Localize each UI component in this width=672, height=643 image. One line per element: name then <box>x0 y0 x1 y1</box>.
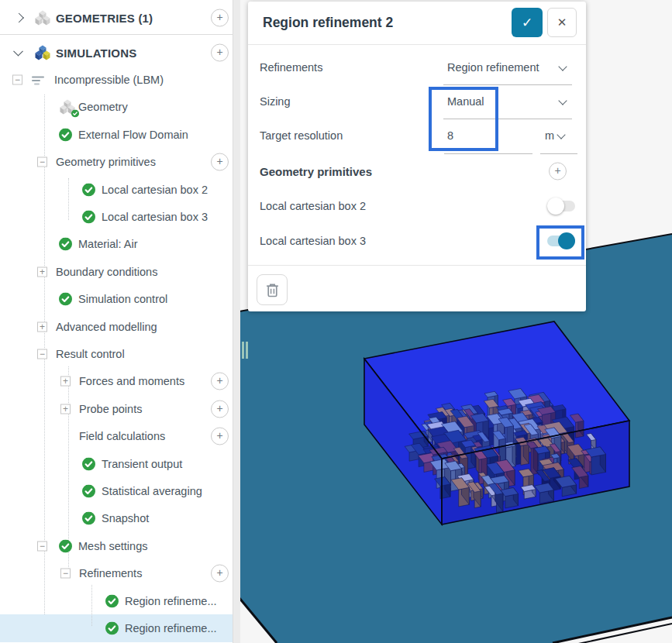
chevron-down-icon[interactable] <box>13 46 23 57</box>
panel-divider <box>248 44 586 45</box>
close-button[interactable]: ✕ <box>547 8 577 37</box>
add-button[interactable]: + <box>211 153 229 171</box>
minus-expander-icon[interactable]: − <box>12 75 22 85</box>
tree-item-probe-points[interactable]: +Probe points+ <box>0 395 233 422</box>
tree-item-result-control[interactable]: −Result control <box>0 340 233 367</box>
tree-divider <box>0 34 233 35</box>
input-value-target-resolution[interactable]: 8 <box>447 129 453 142</box>
tree-item-label: SIMULATIONS <box>56 46 136 59</box>
tree-item-geometry[interactable]: Geometry <box>0 94 233 121</box>
apply-button[interactable]: ✓ <box>512 8 543 37</box>
tree-connector-line <box>91 585 92 626</box>
field-row-local-cartesian-box-2: Local cartesian box 2 <box>248 193 586 219</box>
tree-item-simulations[interactable]: SIMULATIONS+ <box>0 39 233 66</box>
geometry-cubes-icon <box>34 9 51 26</box>
tree-item-label: Mesh settings <box>78 540 147 552</box>
field-underline <box>443 84 572 85</box>
tree-item-refinements[interactable]: −Refinements+ <box>0 559 233 586</box>
tree-item-label: Simulation control <box>78 293 167 305</box>
tree-item-transient-output[interactable]: Transient output <box>0 450 233 477</box>
tree-item-simulation-control[interactable]: Simulation control <box>0 286 233 313</box>
tree-item-label: Forces and moments <box>79 375 184 387</box>
toggle-local-cartesian-box-3[interactable] <box>547 232 575 249</box>
tree-item-field-calculations[interactable]: Field calculations+ <box>0 422 233 449</box>
check-icon: ✓ <box>522 15 532 30</box>
tree-item-geometries-1[interactable]: GEOMETRIES (1)+ <box>0 4 233 31</box>
tree-item-local-cartesian-box-3[interactable]: Local cartesian box 3 <box>0 203 233 230</box>
minus-expander-icon[interactable]: − <box>37 541 47 551</box>
tree-connector-line <box>68 178 69 220</box>
chevron-down-icon[interactable] <box>558 96 567 105</box>
field-underline <box>443 119 572 119</box>
select-value-sizing[interactable]: Manual <box>447 95 484 108</box>
add-button[interactable]: + <box>211 9 229 26</box>
tree-item-local-cartesian-box-2[interactable]: Local cartesian box 2 <box>0 176 233 203</box>
check-icon <box>82 512 95 525</box>
tree-item-label: Geometry <box>78 101 128 113</box>
unit-select[interactable]: m <box>545 129 554 142</box>
field-row-geometry-primitives: Geometry primitives+ <box>248 158 586 184</box>
field-label: Geometry primitives <box>260 165 372 178</box>
tree-item-region-refineme[interactable]: Region refineme... <box>0 587 233 614</box>
add-button[interactable]: + <box>211 373 229 390</box>
add-geometry-primitive-button[interactable]: + <box>549 163 567 181</box>
panel-divider <box>248 265 586 266</box>
add-button[interactable]: + <box>211 428 229 445</box>
close-icon: ✕ <box>557 15 567 29</box>
tree-item-statistical-averaging[interactable]: Statistical averaging <box>0 477 233 504</box>
minus-expander-icon[interactable]: − <box>37 157 47 167</box>
plus-expander-icon[interactable]: + <box>37 322 47 332</box>
panel-title: Region refinement 2 <box>263 15 393 31</box>
tree-item-label: Region refineme... <box>125 595 216 607</box>
chevron-right-icon[interactable] <box>14 12 24 22</box>
tree-item-forces-and-moments[interactable]: +Forces and moments+ <box>0 368 233 395</box>
delete-button[interactable] <box>257 274 288 305</box>
plus-expander-icon[interactable]: + <box>37 266 47 277</box>
tree-item-boundary-conditions[interactable]: +Boundary conditions <box>0 258 233 285</box>
check-icon <box>82 211 95 224</box>
tree-item-label: Incompressible (LBM) <box>54 74 164 86</box>
add-button[interactable]: + <box>211 43 229 61</box>
tree-item-snapshot[interactable]: Snapshot <box>0 505 233 532</box>
panel-resize-handle[interactable] <box>242 342 250 362</box>
check-icon <box>59 539 72 552</box>
tree-item-label: Local cartesian box 2 <box>102 184 208 196</box>
unit-underline <box>540 153 577 154</box>
add-button[interactable]: + <box>211 565 229 583</box>
tree-item-label: GEOMETRIES (1) <box>56 11 153 24</box>
tree-item-label: Transient output <box>102 458 182 470</box>
check-icon <box>82 484 95 497</box>
trash-icon <box>266 288 279 300</box>
plus-expander-icon[interactable]: + <box>60 377 71 387</box>
select-value-refinements[interactable]: Region refinement <box>447 61 539 74</box>
tree-item-material-air[interactable]: Material: Air <box>0 231 233 258</box>
tree-item-incompressible-lbm[interactable]: −Incompressible (LBM) <box>0 66 233 93</box>
chevron-down-icon[interactable] <box>558 62 567 70</box>
plus-expander-icon[interactable]: + <box>60 404 71 414</box>
tree-item-advanced-modelling[interactable]: +Advanced modelling <box>0 313 233 340</box>
tree-item-mesh-settings[interactable]: −Mesh settings <box>0 532 233 559</box>
field-label: Sizing <box>260 95 291 108</box>
toggle-local-cartesian-box-2[interactable] <box>547 198 575 215</box>
tree-resize-gutter[interactable] <box>233 0 240 643</box>
tree-item-label: Region refineme... <box>125 622 216 634</box>
check-icon <box>59 293 72 306</box>
minus-expander-icon[interactable]: − <box>37 349 47 359</box>
tree-item-geometry-primitives[interactable]: −Geometry primitives+ <box>0 149 233 176</box>
tree-item-label: Snapshot <box>102 512 149 524</box>
tree-item-label: Probe points <box>79 403 142 415</box>
check-icon <box>105 621 119 634</box>
minus-expander-icon[interactable]: − <box>60 569 71 579</box>
tree-item-external-flow-domain[interactable]: External Flow Domain <box>0 121 233 148</box>
field-row-target-resolution: Target resolution8m <box>248 122 586 149</box>
field-label: Local cartesian box 2 <box>260 200 366 212</box>
add-button[interactable]: + <box>211 400 229 418</box>
field-row-refinements: RefinementsRegion refinement <box>248 54 586 81</box>
chevron-down-icon[interactable] <box>557 130 565 139</box>
geometry-checked-icon <box>59 99 76 115</box>
app-root: GEOMETRIES (1)+SIMULATIONS+−Incompressib… <box>0 0 672 643</box>
tree-item-label: Local cartesian box 3 <box>102 211 208 223</box>
tree-item-label: Statistical averaging <box>102 485 202 497</box>
tree-item-label: Field calculations <box>79 430 165 442</box>
tree-item-region-refineme-selected[interactable]: Region refineme... <box>0 614 233 641</box>
